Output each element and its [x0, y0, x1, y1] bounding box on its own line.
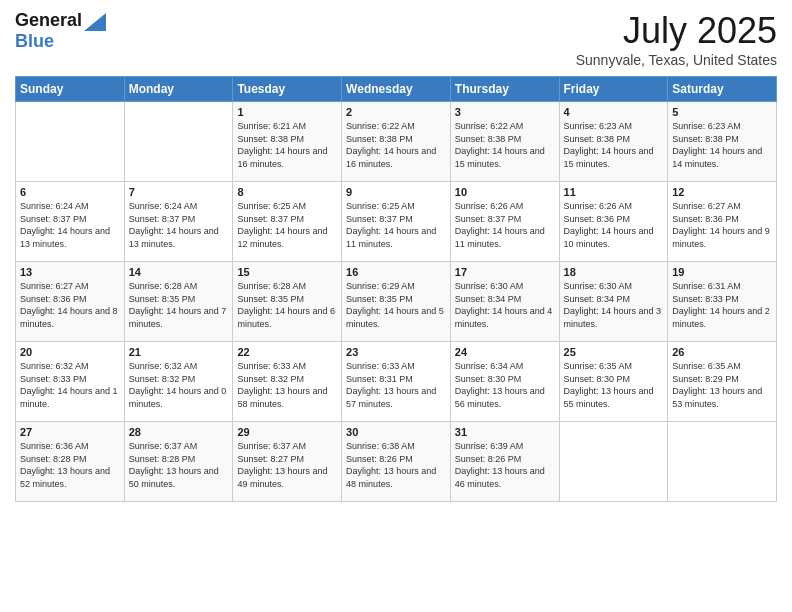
calendar-cell: 2Sunrise: 6:22 AMSunset: 8:38 PMDaylight… — [342, 102, 451, 182]
day-detail: Sunrise: 6:35 AMSunset: 8:29 PMDaylight:… — [672, 360, 772, 410]
day-detail: Sunrise: 6:31 AMSunset: 8:33 PMDaylight:… — [672, 280, 772, 330]
day-detail: Sunrise: 6:25 AMSunset: 8:37 PMDaylight:… — [237, 200, 337, 250]
day-number: 10 — [455, 186, 555, 198]
day-header-sunday: Sunday — [16, 77, 125, 102]
day-detail: Sunrise: 6:29 AMSunset: 8:35 PMDaylight:… — [346, 280, 446, 330]
calendar-cell: 7Sunrise: 6:24 AMSunset: 8:37 PMDaylight… — [124, 182, 233, 262]
location: Sunnyvale, Texas, United States — [576, 52, 777, 68]
calendar-cell: 26Sunrise: 6:35 AMSunset: 8:29 PMDayligh… — [668, 342, 777, 422]
day-number: 6 — [20, 186, 120, 198]
day-header-monday: Monday — [124, 77, 233, 102]
title-block: July 2025 Sunnyvale, Texas, United State… — [576, 10, 777, 68]
day-detail: Sunrise: 6:26 AMSunset: 8:36 PMDaylight:… — [564, 200, 664, 250]
calendar-cell: 11Sunrise: 6:26 AMSunset: 8:36 PMDayligh… — [559, 182, 668, 262]
calendar-cell: 13Sunrise: 6:27 AMSunset: 8:36 PMDayligh… — [16, 262, 125, 342]
calendar-table: SundayMondayTuesdayWednesdayThursdayFrid… — [15, 76, 777, 502]
day-detail: Sunrise: 6:37 AMSunset: 8:27 PMDaylight:… — [237, 440, 337, 490]
calendar-cell: 23Sunrise: 6:33 AMSunset: 8:31 PMDayligh… — [342, 342, 451, 422]
day-header-wednesday: Wednesday — [342, 77, 451, 102]
calendar-cell: 1Sunrise: 6:21 AMSunset: 8:38 PMDaylight… — [233, 102, 342, 182]
day-number: 23 — [346, 346, 446, 358]
day-detail: Sunrise: 6:35 AMSunset: 8:30 PMDaylight:… — [564, 360, 664, 410]
calendar-cell: 28Sunrise: 6:37 AMSunset: 8:28 PMDayligh… — [124, 422, 233, 502]
day-number: 4 — [564, 106, 664, 118]
page-header: General Blue July 2025 Sunnyvale, Texas,… — [15, 10, 777, 68]
day-detail: Sunrise: 6:23 AMSunset: 8:38 PMDaylight:… — [672, 120, 772, 170]
day-detail: Sunrise: 6:28 AMSunset: 8:35 PMDaylight:… — [129, 280, 229, 330]
calendar-cell: 16Sunrise: 6:29 AMSunset: 8:35 PMDayligh… — [342, 262, 451, 342]
day-detail: Sunrise: 6:32 AMSunset: 8:33 PMDaylight:… — [20, 360, 120, 410]
calendar-cell: 8Sunrise: 6:25 AMSunset: 8:37 PMDaylight… — [233, 182, 342, 262]
day-number: 29 — [237, 426, 337, 438]
day-number: 24 — [455, 346, 555, 358]
calendar-cell — [668, 422, 777, 502]
day-number: 26 — [672, 346, 772, 358]
day-header-saturday: Saturday — [668, 77, 777, 102]
day-number: 5 — [672, 106, 772, 118]
day-detail: Sunrise: 6:23 AMSunset: 8:38 PMDaylight:… — [564, 120, 664, 170]
day-number: 16 — [346, 266, 446, 278]
day-number: 9 — [346, 186, 446, 198]
day-number: 25 — [564, 346, 664, 358]
day-number: 14 — [129, 266, 229, 278]
logo: General Blue — [15, 10, 106, 52]
day-detail: Sunrise: 6:24 AMSunset: 8:37 PMDaylight:… — [20, 200, 120, 250]
day-detail: Sunrise: 6:22 AMSunset: 8:38 PMDaylight:… — [346, 120, 446, 170]
calendar-cell: 10Sunrise: 6:26 AMSunset: 8:37 PMDayligh… — [450, 182, 559, 262]
calendar-cell: 18Sunrise: 6:30 AMSunset: 8:34 PMDayligh… — [559, 262, 668, 342]
logo-icon — [84, 13, 106, 31]
day-detail: Sunrise: 6:34 AMSunset: 8:30 PMDaylight:… — [455, 360, 555, 410]
day-number: 19 — [672, 266, 772, 278]
calendar-cell: 15Sunrise: 6:28 AMSunset: 8:35 PMDayligh… — [233, 262, 342, 342]
day-number: 8 — [237, 186, 337, 198]
svg-marker-0 — [84, 13, 106, 31]
calendar-cell: 6Sunrise: 6:24 AMSunset: 8:37 PMDaylight… — [16, 182, 125, 262]
calendar-cell: 21Sunrise: 6:32 AMSunset: 8:32 PMDayligh… — [124, 342, 233, 422]
day-number: 21 — [129, 346, 229, 358]
calendar-cell: 12Sunrise: 6:27 AMSunset: 8:36 PMDayligh… — [668, 182, 777, 262]
day-detail: Sunrise: 6:25 AMSunset: 8:37 PMDaylight:… — [346, 200, 446, 250]
day-number: 18 — [564, 266, 664, 278]
day-header-tuesday: Tuesday — [233, 77, 342, 102]
day-detail: Sunrise: 6:24 AMSunset: 8:37 PMDaylight:… — [129, 200, 229, 250]
calendar-cell — [124, 102, 233, 182]
day-detail: Sunrise: 6:30 AMSunset: 8:34 PMDaylight:… — [455, 280, 555, 330]
day-number: 3 — [455, 106, 555, 118]
day-detail: Sunrise: 6:37 AMSunset: 8:28 PMDaylight:… — [129, 440, 229, 490]
day-number: 20 — [20, 346, 120, 358]
day-number: 30 — [346, 426, 446, 438]
logo-blue-text: Blue — [15, 31, 54, 51]
calendar-cell: 31Sunrise: 6:39 AMSunset: 8:26 PMDayligh… — [450, 422, 559, 502]
day-number: 17 — [455, 266, 555, 278]
logo-general-text: General — [15, 10, 82, 31]
calendar-cell: 29Sunrise: 6:37 AMSunset: 8:27 PMDayligh… — [233, 422, 342, 502]
calendar-cell: 19Sunrise: 6:31 AMSunset: 8:33 PMDayligh… — [668, 262, 777, 342]
calendar-cell: 20Sunrise: 6:32 AMSunset: 8:33 PMDayligh… — [16, 342, 125, 422]
day-detail: Sunrise: 6:38 AMSunset: 8:26 PMDaylight:… — [346, 440, 446, 490]
calendar-cell: 27Sunrise: 6:36 AMSunset: 8:28 PMDayligh… — [16, 422, 125, 502]
calendar-cell: 17Sunrise: 6:30 AMSunset: 8:34 PMDayligh… — [450, 262, 559, 342]
day-number: 13 — [20, 266, 120, 278]
day-number: 15 — [237, 266, 337, 278]
day-number: 12 — [672, 186, 772, 198]
day-detail: Sunrise: 6:32 AMSunset: 8:32 PMDaylight:… — [129, 360, 229, 410]
calendar-cell — [559, 422, 668, 502]
day-number: 1 — [237, 106, 337, 118]
calendar-cell — [16, 102, 125, 182]
calendar-cell: 30Sunrise: 6:38 AMSunset: 8:26 PMDayligh… — [342, 422, 451, 502]
day-number: 2 — [346, 106, 446, 118]
day-detail: Sunrise: 6:22 AMSunset: 8:38 PMDaylight:… — [455, 120, 555, 170]
calendar-cell: 14Sunrise: 6:28 AMSunset: 8:35 PMDayligh… — [124, 262, 233, 342]
day-header-thursday: Thursday — [450, 77, 559, 102]
calendar-cell: 25Sunrise: 6:35 AMSunset: 8:30 PMDayligh… — [559, 342, 668, 422]
day-detail: Sunrise: 6:26 AMSunset: 8:37 PMDaylight:… — [455, 200, 555, 250]
calendar-cell: 3Sunrise: 6:22 AMSunset: 8:38 PMDaylight… — [450, 102, 559, 182]
day-number: 22 — [237, 346, 337, 358]
calendar-cell: 22Sunrise: 6:33 AMSunset: 8:32 PMDayligh… — [233, 342, 342, 422]
day-detail: Sunrise: 6:39 AMSunset: 8:26 PMDaylight:… — [455, 440, 555, 490]
day-number: 31 — [455, 426, 555, 438]
day-number: 11 — [564, 186, 664, 198]
calendar-cell: 5Sunrise: 6:23 AMSunset: 8:38 PMDaylight… — [668, 102, 777, 182]
day-number: 7 — [129, 186, 229, 198]
day-detail: Sunrise: 6:27 AMSunset: 8:36 PMDaylight:… — [672, 200, 772, 250]
